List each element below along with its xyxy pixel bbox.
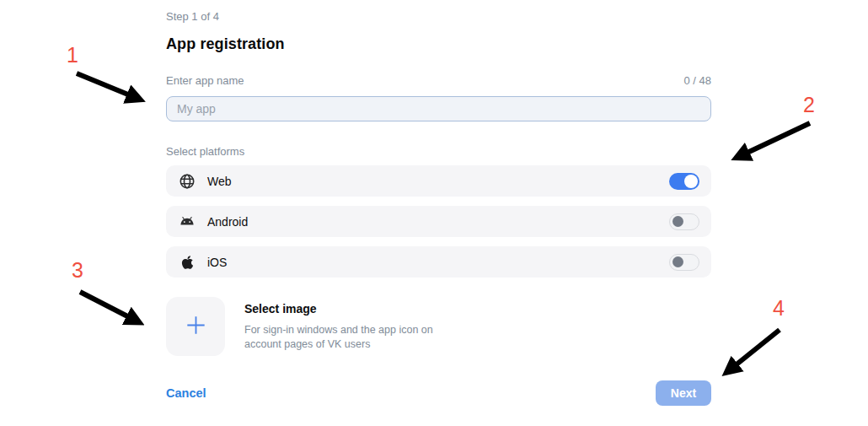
next-button[interactable]: Next: [656, 380, 711, 406]
platform-list: Web Android: [166, 165, 711, 278]
globe-icon: [178, 173, 196, 190]
arrow-4-to-next-button: [728, 330, 780, 371]
app-name-input[interactable]: [166, 96, 711, 121]
platforms-section-label: Select platforms: [166, 145, 711, 159]
annotation-number-4: 4: [773, 297, 785, 319]
annotation-number-3: 3: [72, 259, 83, 281]
android-toggle[interactable]: [669, 213, 699, 230]
plus-icon: [183, 312, 209, 342]
arrow-3-to-select-image: [80, 292, 137, 321]
toggle-knob: [672, 256, 683, 267]
image-picker-info: Select image For sign-in windows and the…: [244, 297, 462, 352]
app-registration-form: Step 1 of 4 App registration Enter app n…: [166, 10, 711, 406]
ios-toggle[interactable]: [669, 254, 699, 271]
annotation-number-1: 1: [67, 44, 78, 66]
toggle-knob: [672, 216, 683, 227]
page-title: App registration: [166, 34, 711, 54]
select-image-button[interactable]: [166, 297, 225, 356]
app-name-label: Enter app name: [166, 74, 244, 88]
platform-label-web: Web: [207, 175, 669, 188]
cancel-button[interactable]: Cancel: [166, 386, 206, 400]
toggle-knob: [684, 175, 698, 188]
arrow-2-to-web-toggle: [738, 123, 810, 157]
image-picker-description: For sign-in windows and the app icon on …: [244, 323, 462, 352]
platform-label-android: Android: [207, 215, 669, 229]
step-indicator: Step 1 of 4: [166, 10, 711, 24]
char-counter: 0 / 48: [683, 74, 711, 88]
platform-row-android[interactable]: Android: [166, 206, 711, 237]
image-picker-title: Select image: [244, 301, 462, 316]
platform-label-ios: iOS: [207, 256, 669, 269]
image-picker-section: Select image For sign-in windows and the…: [166, 297, 711, 356]
form-footer: Cancel Next: [166, 380, 711, 406]
apple-icon: [178, 255, 196, 270]
platform-row-ios[interactable]: iOS: [166, 246, 711, 278]
app-name-field-header: Enter app name 0 / 48: [166, 74, 711, 88]
android-icon: [178, 216, 196, 227]
web-toggle[interactable]: [669, 173, 699, 190]
arrow-1-to-app-name-input: [77, 73, 138, 99]
platform-row-web[interactable]: Web: [166, 165, 711, 197]
annotation-number-2: 2: [803, 94, 815, 116]
